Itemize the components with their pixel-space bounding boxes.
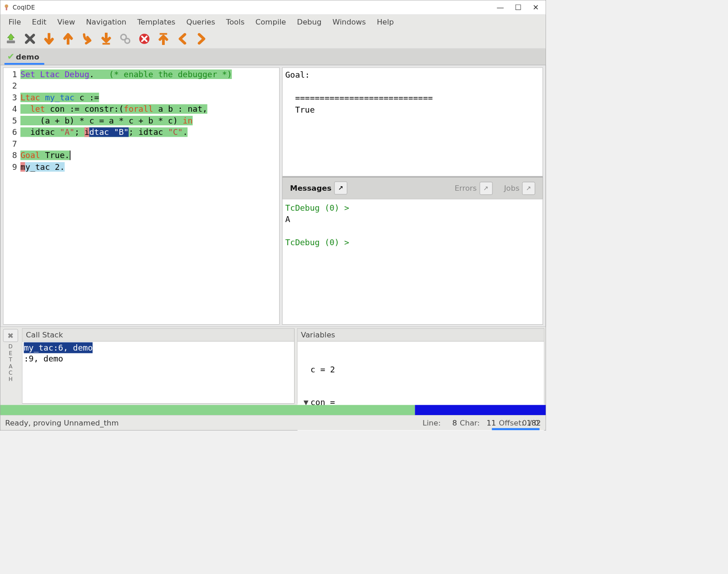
goal-body: True — [285, 105, 315, 114]
detach-column: ✖ DETACH — [0, 327, 21, 405]
chevron-right-icon[interactable] — [195, 32, 208, 45]
app-icon — [3, 4, 10, 11]
status-line-value: 8 — [443, 419, 457, 427]
svg-point-5 — [125, 38, 130, 43]
menu-tools[interactable]: Tools — [221, 15, 250, 28]
goal-header: Goal: — [285, 70, 310, 80]
tab-errors[interactable]: Errors ↗ — [451, 180, 496, 196]
menu-view[interactable]: View — [52, 15, 80, 28]
tab-demo[interactable]: ✔ demo — [5, 49, 44, 65]
status-text: Ready, proving Unnamed_thm — [5, 419, 423, 427]
line-number: 1 — [4, 69, 21, 80]
close-icon[interactable] — [24, 32, 37, 45]
line-number: 9 — [4, 161, 21, 173]
callstack-header: Call Stack — [23, 329, 295, 342]
line-number: 7 — [4, 138, 21, 150]
goal-separator: ============================ — [285, 94, 433, 103]
tab-messages[interactable]: Messages ↗ — [287, 180, 351, 202]
message-tabbar: Messages ↗ Errors ↗ Jobs ↗ — [282, 177, 543, 199]
arrow-down-icon[interactable] — [43, 32, 56, 45]
line-number: 8 — [4, 149, 21, 161]
expand-icon[interactable] — [302, 364, 311, 375]
chevron-left-icon[interactable] — [176, 32, 189, 45]
goal-panel[interactable]: Goal: ============================ True — [282, 68, 543, 177]
variable-row: c = 2 — [310, 364, 335, 375]
progress-done — [0, 405, 415, 416]
window-controls: — ☐ ✕ — [497, 3, 539, 12]
menu-edit[interactable]: Edit — [26, 15, 52, 28]
svg-rect-2 — [7, 40, 15, 43]
message-line: TcDebug (0) > — [285, 203, 354, 213]
tab-label: Messages — [290, 184, 331, 193]
svg-rect-3 — [103, 43, 110, 45]
menu-compile[interactable]: Compile — [250, 15, 291, 28]
variables-header: Variables — [298, 329, 544, 342]
callstack-panel: Call Stack my_tac:6, demo:9, demo — [22, 328, 295, 404]
main-split: 1Set Ltac Debug. (* enable the debugger … — [0, 65, 546, 327]
menu-queries[interactable]: Queries — [181, 15, 221, 28]
status-offset-label: Offset: — [499, 419, 524, 427]
minimize-button[interactable]: — — [497, 3, 504, 12]
maximize-button[interactable]: ☐ — [515, 3, 522, 12]
tabbar: ✔ demo — [0, 49, 546, 65]
line-number: 4 — [4, 103, 21, 115]
save-icon[interactable] — [5, 32, 18, 45]
window-title: CoqIDE — [13, 4, 497, 11]
debug-row: ✖ DETACH Call Stack my_tac:6, demo:9, de… — [0, 327, 546, 405]
status-char-label: Char: — [460, 419, 480, 427]
arrow-up-bar-icon[interactable] — [157, 32, 170, 45]
variables-panel: Variables c = 2 ▼con = (forall a b : nat… — [297, 328, 545, 404]
line-number: 3 — [4, 92, 21, 104]
line-number: 2 — [4, 80, 21, 92]
status-underline — [492, 428, 540, 430]
menu-help[interactable]: Help — [371, 15, 399, 28]
tab-label: Errors — [455, 184, 477, 193]
statusbar: Ready, proving Unnamed_thm Line: 8 Char:… — [0, 415, 546, 430]
message-line: TcDebug (0) > — [285, 238, 354, 247]
progress-remaining — [415, 405, 546, 416]
messages-panel[interactable]: TcDebug (0) > A TcDebug (0) > — [282, 199, 543, 325]
menubar: File Edit View Navigation Templates Quer… — [0, 15, 546, 29]
app-window: CoqIDE — ☐ ✕ File Edit View Navigation T… — [0, 0, 546, 430]
tab-label: demo — [16, 52, 39, 61]
status-line-label: Line: — [423, 419, 441, 427]
detach-label: DETACH — [9, 343, 13, 382]
message-line: A — [285, 215, 290, 224]
callstack-body[interactable]: my_tac:6, demo:9, demo — [23, 341, 295, 403]
error-icon[interactable] — [138, 32, 151, 45]
close-debug-button[interactable]: ✖ — [3, 329, 18, 342]
menu-file[interactable]: File — [3, 15, 27, 28]
checkmark-icon: ✔ — [7, 51, 15, 62]
detach-icon[interactable]: ↗ — [334, 182, 347, 195]
right-pane: Goal: ============================ True … — [282, 68, 543, 325]
status-char-value: 11 — [482, 419, 496, 427]
gears-icon[interactable] — [119, 32, 132, 45]
titlebar: CoqIDE — ☐ ✕ — [0, 0, 546, 15]
tab-label: Jobs — [504, 184, 519, 193]
svg-rect-1 — [6, 7, 7, 10]
menu-templates[interactable]: Templates — [132, 15, 181, 28]
toolbar — [0, 29, 546, 49]
callstack-row[interactable]: :9, demo — [24, 354, 64, 363]
arrow-up-icon[interactable] — [62, 32, 75, 45]
status-counts: 0 / 0 — [522, 419, 539, 427]
close-window-button[interactable]: ✕ — [532, 3, 539, 12]
menu-windows[interactable]: Windows — [327, 15, 372, 28]
script-editor[interactable]: 1Set Ltac Debug. (* enable the debugger … — [3, 68, 280, 325]
arrow-down-bar-icon[interactable] — [100, 32, 113, 45]
line-number: 6 — [4, 126, 21, 138]
arrow-down-right-icon[interactable] — [81, 32, 94, 45]
progress-bar — [0, 405, 546, 416]
detach-icon[interactable]: ↗ — [479, 182, 492, 195]
menu-navigation[interactable]: Navigation — [80, 15, 132, 28]
svg-rect-7 — [160, 33, 167, 35]
menu-debug[interactable]: Debug — [291, 15, 327, 28]
detach-icon[interactable]: ↗ — [522, 182, 536, 195]
tab-jobs[interactable]: Jobs ↗ — [501, 180, 539, 196]
line-number: 5 — [4, 115, 21, 127]
callstack-row[interactable]: my_tac:6, demo — [24, 342, 93, 353]
